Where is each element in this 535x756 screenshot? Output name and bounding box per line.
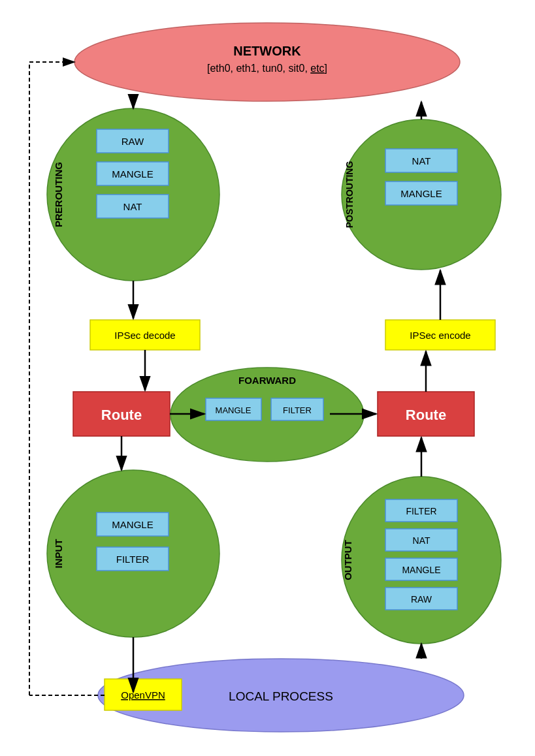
prerouting-nat-label: NAT	[123, 201, 142, 212]
route-left-label: Route	[101, 407, 142, 423]
forward-label: FOARWARD	[238, 375, 296, 386]
prerouting-raw-label: RAW	[122, 136, 144, 147]
openvpn-label: OpenVPN	[121, 689, 165, 701]
input-label: INPUT	[53, 539, 64, 569]
postrouting-nat-label: NAT	[412, 155, 431, 166]
diagram-svg: NETWORK [eth0, eth1, tun0, sit0, etc] PR…	[0, 0, 535, 756]
output-nat-label: NAT	[413, 535, 430, 546]
network-label: NETWORK	[233, 44, 301, 58]
prerouting-mangle-label: MANGLE	[112, 168, 153, 180]
network-node	[74, 23, 460, 101]
ipsec-decode-label: IPSec decode	[114, 330, 175, 341]
forward-filter-label: FILTER	[283, 405, 312, 415]
output-filter-label: FILTER	[406, 506, 436, 516]
output-label: OUTPUT	[342, 540, 353, 580]
postrouting-mangle-label: MANGLE	[400, 188, 442, 199]
output-raw-label: RAW	[411, 594, 432, 605]
forward-mangle-label: MANGLE	[216, 405, 251, 415]
prerouting-label: PREROUTING	[53, 162, 64, 227]
output-mangle-label: MANGLE	[402, 565, 440, 575]
localprocess-label: LOCAL PROCESS	[229, 689, 333, 703]
ipsec-encode-label: IPSec encode	[410, 330, 470, 341]
input-mangle-label: MANGLE	[112, 519, 153, 530]
postrouting-label: POSTROUTING	[344, 161, 355, 228]
input-filter-label: FILTER	[116, 554, 150, 565]
route-right-label: Route	[406, 407, 446, 423]
network-sublabel: [eth0, eth1, tun0, sit0, etc]	[207, 63, 327, 74]
